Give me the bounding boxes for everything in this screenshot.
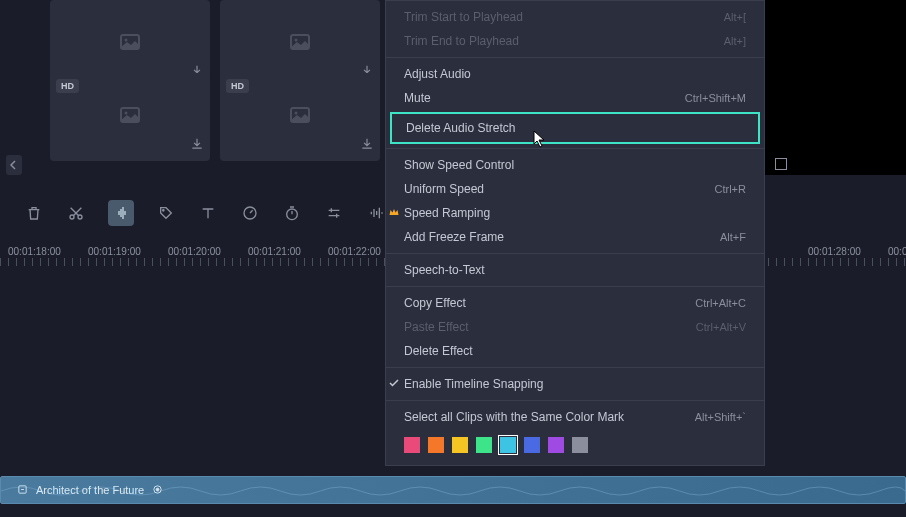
timer-icon[interactable] <box>282 203 302 223</box>
image-placeholder-icon <box>288 103 312 131</box>
menu-label: Speed Ramping <box>404 206 490 220</box>
menu-item-uniform-speed[interactable]: Uniform Speed Ctrl+R <box>386 177 764 201</box>
menu-label: Enable Timeline Snapping <box>404 377 543 391</box>
equalizer-icon[interactable] <box>366 203 386 223</box>
menu-item-trim-start: Trim Start to Playhead Alt+[ <box>386 5 764 29</box>
ruler-time: 00:01:28:00 <box>808 246 884 257</box>
cut-icon[interactable] <box>66 203 86 223</box>
menu-shortcut: Ctrl+R <box>715 183 746 195</box>
menu-label: Adjust Audio <box>404 67 471 81</box>
menu-item-paste-effect: Paste Effect Ctrl+Alt+V <box>386 315 764 339</box>
audio-track-label: Architect of the Future <box>36 484 144 496</box>
hd-badge: HD <box>226 79 249 93</box>
menu-shortcut: Ctrl+Alt+V <box>696 321 746 333</box>
menu-shortcut: Alt+] <box>724 35 746 47</box>
menu-label: Trim Start to Playhead <box>404 10 523 24</box>
menu-shortcut: Ctrl+Shift+M <box>685 92 746 104</box>
delete-icon[interactable] <box>24 203 44 223</box>
context-menu: Trim Start to Playhead Alt+[ Trim End to… <box>385 0 765 466</box>
download-icon[interactable] <box>360 137 374 155</box>
audio-track-clip[interactable]: Architect of the Future <box>0 476 906 504</box>
color-swatch-cyan[interactable] <box>500 437 516 453</box>
menu-separator <box>386 148 764 149</box>
preview-marker-icon <box>775 158 787 170</box>
color-swatch-gray[interactable] <box>572 437 588 453</box>
color-swatch-green[interactable] <box>476 437 492 453</box>
ruler-time: 00:01:20:00 <box>168 246 244 257</box>
menu-item-show-speed[interactable]: Show Speed Control <box>386 153 764 177</box>
menu-separator <box>386 253 764 254</box>
image-placeholder-icon <box>118 30 142 58</box>
ruler-time: 00:01:18:00 <box>8 246 84 257</box>
menu-separator <box>386 367 764 368</box>
menu-item-speed-ramping[interactable]: Speed Ramping <box>386 201 764 225</box>
media-panel: HD HD <box>0 0 385 165</box>
menu-item-mute[interactable]: Mute Ctrl+Shift+M <box>386 86 764 110</box>
menu-item-adjust-audio[interactable]: Adjust Audio <box>386 62 764 86</box>
menu-item-copy-effect[interactable]: Copy Effect Ctrl+Alt+C <box>386 291 764 315</box>
menu-shortcut: Ctrl+Alt+C <box>695 297 746 309</box>
tag-icon[interactable] <box>156 203 176 223</box>
ruler-time: 00:01:19:00 <box>88 246 164 257</box>
menu-label: Speech-to-Text <box>404 263 485 277</box>
preview-panel <box>765 0 906 175</box>
menu-separator <box>386 286 764 287</box>
media-thumbnail[interactable]: HD <box>220 73 380 161</box>
menu-label: Copy Effect <box>404 296 466 310</box>
color-swatch-orange[interactable] <box>428 437 444 453</box>
svg-point-5 <box>125 112 128 115</box>
menu-item-enable-snapping[interactable]: Enable Timeline Snapping <box>386 372 764 396</box>
audio-tool-icon[interactable] <box>108 200 134 226</box>
menu-label: Delete Audio Stretch <box>406 121 515 135</box>
menu-label: Show Speed Control <box>404 158 514 172</box>
image-placeholder-icon <box>118 103 142 131</box>
svg-point-1 <box>125 39 128 42</box>
collapse-panel-button[interactable] <box>6 155 22 175</box>
menu-shortcut: Alt+Shift+` <box>695 411 746 423</box>
menu-label: Add Freeze Frame <box>404 230 504 244</box>
menu-separator <box>386 400 764 401</box>
color-swatch-yellow[interactable] <box>452 437 468 453</box>
menu-label: Delete Effect <box>404 344 472 358</box>
svg-point-10 <box>163 210 164 211</box>
menu-shortcut: Alt+[ <box>724 11 746 23</box>
menu-item-add-freeze[interactable]: Add Freeze Frame Alt+F <box>386 225 764 249</box>
svg-point-7 <box>295 112 298 115</box>
media-thumbnail[interactable]: HD <box>50 73 210 161</box>
menu-label: Select all Clips with the Same Color Mar… <box>404 410 624 424</box>
menu-item-delete-audio-stretch[interactable]: Delete Audio Stretch <box>390 112 760 144</box>
hd-badge: HD <box>56 79 79 93</box>
menu-shortcut: Alt+F <box>720 231 746 243</box>
adjust-icon[interactable] <box>324 203 344 223</box>
menu-label: Uniform Speed <box>404 182 484 196</box>
chevron-left-icon <box>10 160 18 170</box>
ruler-time: 00:01:29:0 <box>888 246 906 257</box>
menu-label: Mute <box>404 91 431 105</box>
text-icon[interactable] <box>198 203 218 223</box>
check-icon <box>388 377 400 392</box>
menu-item-speech-to-text[interactable]: Speech-to-Text <box>386 258 764 282</box>
color-swatch-blue[interactable] <box>524 437 540 453</box>
color-swatch-pink[interactable] <box>404 437 420 453</box>
menu-label: Paste Effect <box>404 320 468 334</box>
svg-point-3 <box>295 39 298 42</box>
color-swatch-row <box>386 429 764 461</box>
marker-icon <box>152 481 163 499</box>
svg-point-12 <box>287 209 298 220</box>
menu-label: Trim End to Playhead <box>404 34 519 48</box>
download-icon[interactable] <box>190 137 204 155</box>
link-icon <box>17 481 28 499</box>
menu-item-trim-end: Trim End to Playhead Alt+] <box>386 29 764 53</box>
svg-point-15 <box>156 488 159 491</box>
menu-item-select-color-mark[interactable]: Select all Clips with the Same Color Mar… <box>386 405 764 429</box>
menu-item-delete-effect[interactable]: Delete Effect <box>386 339 764 363</box>
color-swatch-purple[interactable] <box>548 437 564 453</box>
menu-separator <box>386 57 764 58</box>
speed-icon[interactable] <box>240 203 260 223</box>
crown-icon <box>388 206 400 221</box>
ruler-time: 00:01:21:00 <box>248 246 324 257</box>
image-placeholder-icon <box>288 30 312 58</box>
